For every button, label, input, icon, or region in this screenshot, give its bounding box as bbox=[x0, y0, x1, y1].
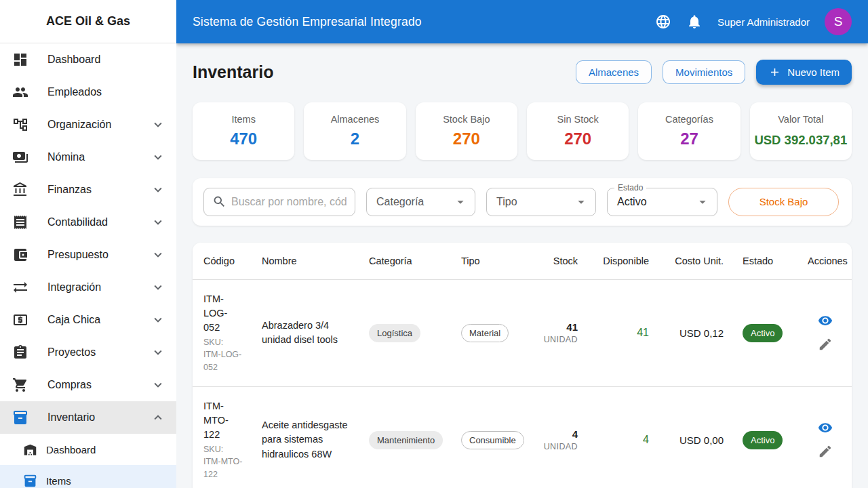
almacenes-button[interactable]: Almacenes bbox=[576, 60, 652, 84]
clipboard-icon bbox=[12, 344, 28, 361]
stat-label: Stock Bajo bbox=[420, 114, 513, 125]
main-column: Sistema de Gestión Empresarial Integrado… bbox=[176, 0, 868, 488]
sidebar-item-label: Inventario bbox=[47, 411, 151, 424]
sidebar-item-label: Empleados bbox=[47, 86, 165, 98]
globe-icon[interactable] bbox=[655, 14, 671, 30]
item-name: Aceite antidesgaste para sistemas hidrau… bbox=[252, 386, 359, 488]
sidebar-item-caja-chica[interactable]: Caja Chica bbox=[0, 304, 176, 336]
movimientos-button[interactable]: Movimientos bbox=[663, 60, 745, 84]
sidebar-item-presupuesto[interactable]: Presupuesto bbox=[0, 239, 176, 271]
stat-value: 470 bbox=[197, 129, 290, 149]
stat-card-categorias: Categorías 27 bbox=[638, 102, 740, 160]
avatar-initial: S bbox=[834, 14, 843, 29]
chevron-down-icon bbox=[151, 117, 165, 132]
chevron-down-icon bbox=[151, 345, 165, 360]
sidebar-item-label: Nómina bbox=[47, 151, 151, 163]
topbar: Sistema de Gestión Empresarial Integrado… bbox=[176, 0, 868, 43]
sidebar-item-contabilidad[interactable]: Contabilidad bbox=[0, 206, 176, 239]
category-select[interactable]: Categoría bbox=[366, 188, 475, 216]
category-chip: Logística bbox=[369, 324, 420, 342]
sidebar-item-label: Integración bbox=[47, 281, 151, 293]
col-header-nombre: Nombre bbox=[252, 243, 359, 280]
stat-value: 2 bbox=[308, 129, 401, 149]
warehouse-icon bbox=[23, 443, 37, 457]
unit-cost: USD 0,00 bbox=[679, 434, 724, 446]
stat-card-stock-bajo: Stock Bajo 270 bbox=[416, 102, 517, 160]
stock-value: 4 bbox=[542, 428, 578, 440]
row-actions bbox=[808, 313, 842, 353]
sidebar-item-nomina[interactable]: Nómina bbox=[0, 141, 176, 174]
col-header-acciones: Acciones bbox=[798, 243, 852, 280]
page-header: Inventario Almacenes Movimientos Nuevo I… bbox=[193, 60, 852, 85]
sidebar-item-compras[interactable]: Compras bbox=[0, 369, 176, 401]
item-name: Abrazadero 3/4 unidad disel tools bbox=[252, 279, 359, 386]
item-code: ITM-MTO-122 bbox=[203, 399, 243, 442]
sidebar-item-label: Finanzas bbox=[47, 184, 151, 196]
stat-label: Sin Stock bbox=[531, 114, 625, 125]
sidebar: ACE Oil & Gas Dashboard Empleados Organi… bbox=[0, 0, 176, 488]
type-select[interactable]: Tipo bbox=[486, 188, 596, 216]
pencil-icon bbox=[818, 337, 833, 352]
cart-icon bbox=[12, 377, 28, 393]
inventory-icon bbox=[23, 474, 37, 488]
sidebar-subitem-inventario-dashboard[interactable]: Dashboard bbox=[0, 434, 176, 465]
user-name: Super Administrador bbox=[717, 16, 810, 28]
stock-bajo-filter-button[interactable]: Stock Bajo bbox=[728, 188, 839, 216]
filter-bar: Categoría Tipo Estado Activo Stock Bajo bbox=[193, 178, 852, 226]
eye-icon bbox=[818, 420, 833, 435]
search-icon bbox=[212, 195, 226, 209]
sidebar-item-inventario[interactable]: Inventario bbox=[0, 401, 176, 434]
sidebar-subitem-inventario-items[interactable]: Items bbox=[0, 465, 176, 488]
edit-button[interactable] bbox=[817, 444, 833, 460]
topbar-title: Sistema de Gestión Empresarial Integrado bbox=[193, 15, 655, 29]
type-chip: Consumible bbox=[461, 431, 524, 449]
dashboard-icon bbox=[12, 52, 28, 68]
stock-value: 41 bbox=[542, 321, 578, 333]
stock-unit: UNIDAD bbox=[542, 335, 578, 344]
sidebar-item-finanzas[interactable]: Finanzas bbox=[0, 174, 176, 206]
view-button[interactable] bbox=[817, 420, 833, 436]
sidebar-item-organizacion[interactable]: Organización bbox=[0, 108, 176, 141]
unit-cost: USD 0,12 bbox=[679, 327, 724, 339]
page-title: Inventario bbox=[193, 62, 273, 82]
col-header-stock: Stock bbox=[533, 243, 587, 280]
chevron-down-icon bbox=[151, 378, 165, 392]
edit-button[interactable] bbox=[817, 337, 833, 353]
view-button[interactable] bbox=[817, 313, 833, 329]
col-header-categoria: Categoría bbox=[359, 243, 452, 280]
sidebar-item-dashboard[interactable]: Dashboard bbox=[0, 43, 176, 76]
search-input[interactable] bbox=[231, 196, 347, 208]
estado-select[interactable]: Estado Activo bbox=[607, 188, 717, 216]
inventory-icon bbox=[12, 409, 28, 426]
sidebar-item-empleados[interactable]: Empleados bbox=[0, 76, 176, 108]
chevron-down-icon bbox=[151, 280, 165, 295]
col-header-tipo: Tipo bbox=[452, 243, 533, 280]
stat-card-items: Items 470 bbox=[193, 102, 294, 160]
status-badge: Activo bbox=[743, 431, 783, 449]
sidebar-item-label: Caja Chica bbox=[47, 314, 151, 326]
stats-row: Items 470 Almacenes 2 Stock Bajo 270 Sin… bbox=[193, 102, 852, 160]
available-value: 4 bbox=[643, 434, 649, 445]
sidebar-item-label: Compras bbox=[47, 379, 151, 391]
stat-label: Categorías bbox=[642, 114, 736, 125]
dropdown-arrow-icon bbox=[453, 195, 468, 209]
plus-icon bbox=[768, 66, 781, 79]
content: Inventario Almacenes Movimientos Nuevo I… bbox=[176, 43, 868, 488]
search-box bbox=[203, 188, 355, 216]
nuevo-item-button[interactable]: Nuevo Item bbox=[756, 60, 852, 85]
sidebar-item-integracion[interactable]: Integración bbox=[0, 271, 176, 304]
sidebar-subitem-label: Dashboard bbox=[46, 444, 96, 455]
type-chip: Material bbox=[461, 324, 509, 342]
sidebar-item-proyectos[interactable]: Proyectos bbox=[0, 336, 176, 369]
item-code: ITM-LOG-052 bbox=[203, 292, 243, 335]
inventory-table-card: Código Nombre Categoría Tipo Stock Dispo… bbox=[193, 243, 852, 488]
org-tree-icon bbox=[12, 117, 28, 133]
avatar[interactable]: S bbox=[825, 8, 852, 35]
stat-value: 270 bbox=[420, 129, 513, 149]
topbar-right: Super Administrador S bbox=[655, 8, 852, 35]
chevron-down-icon bbox=[151, 215, 165, 230]
type-select-label: Tipo bbox=[496, 196, 517, 208]
stock-unit: UNIDAD bbox=[542, 442, 578, 451]
sidebar-item-label: Organización bbox=[47, 119, 151, 131]
bell-icon[interactable] bbox=[686, 14, 703, 30]
